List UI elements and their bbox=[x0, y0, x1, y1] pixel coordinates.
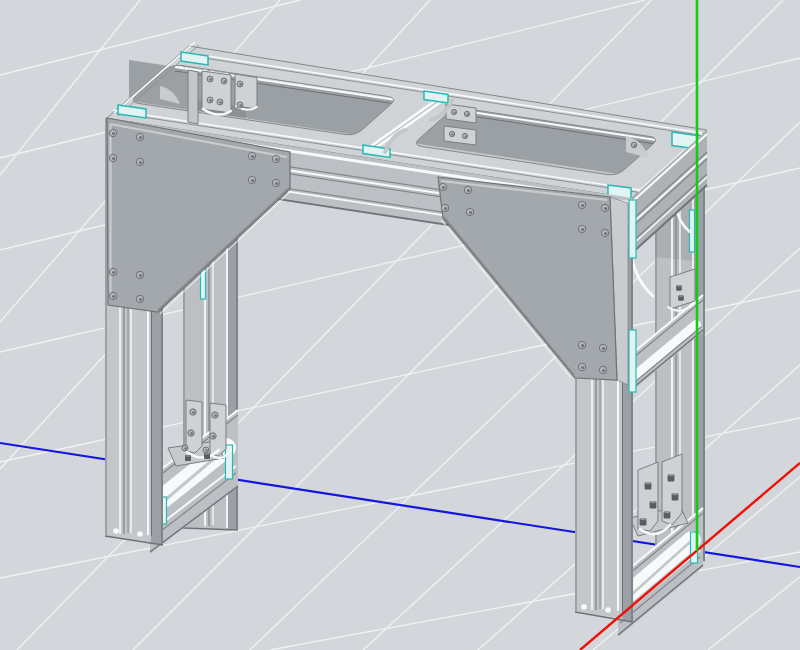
cad-viewport[interactable] bbox=[0, 0, 800, 650]
viewport-canvas[interactable] bbox=[0, 0, 800, 650]
